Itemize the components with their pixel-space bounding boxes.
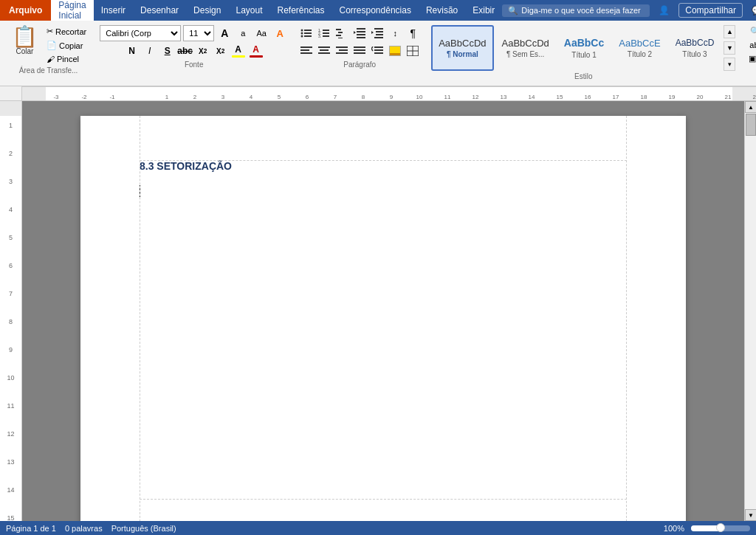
ruler-tick: 11 [444, 94, 451, 100]
justify-button[interactable] [351, 43, 368, 59]
v-ruler-tick: 9 [0, 346, 21, 353]
comment-icon[interactable]: 💬 [746, 3, 756, 18]
svg-rect-40 [354, 52, 365, 54]
v-ruler-tick: 10 [0, 374, 21, 382]
ruler-corner [0, 86, 22, 100]
style-sem-esp[interactable]: AaBbCcDd ¶ Sem Es... [495, 25, 556, 71]
style-scroll-up[interactable]: ▲ [724, 25, 735, 38]
font-shrink-button[interactable]: a [235, 25, 251, 41]
vertical-scrollbar: ▲ ▼ [744, 101, 756, 521]
align-right-button[interactable] [334, 43, 350, 59]
ribbon: 📋 Colar ✂ Recortar 📄 Copiar � [0, 21, 756, 86]
scrollbar-track[interactable] [745, 113, 756, 509]
change-case-button[interactable]: Aa [253, 25, 269, 41]
v-ruler-tick: 8 [0, 318, 21, 325]
document-heading: 8.3 SETORIZAÇÃO [140, 160, 627, 172]
ruler-tick: 7 [334, 94, 337, 100]
svg-rect-3 [304, 32, 312, 34]
borders-button[interactable] [405, 43, 421, 59]
style-titulo2[interactable]: AaBbCcE Título 2 [612, 25, 667, 71]
font-size-select[interactable]: 11 [183, 25, 214, 41]
language[interactable]: Português (Brasil) [111, 524, 176, 533]
svg-marker-25 [371, 31, 374, 34]
style-expand[interactable]: ▾ [724, 58, 735, 71]
italic-button[interactable]: I [142, 43, 158, 59]
replace-button[interactable]: ab↔ Substituir [746, 39, 756, 51]
underline-button[interactable]: S [159, 43, 176, 59]
font-color-button[interactable]: A [248, 43, 264, 59]
paste-button[interactable]: 📋 Colar [7, 25, 42, 65]
menu-correspondencias[interactable]: Correspondências [332, 0, 419, 21]
style-normal[interactable]: AaBbCcDd ¶ Normal [431, 25, 493, 71]
menu-desenhar[interactable]: Desenhar [133, 0, 186, 21]
text-highlight-button[interactable]: A [230, 43, 247, 59]
svg-marker-20 [354, 31, 356, 34]
font-group: Calibri (Corp 11 A a Aa A N [95, 24, 292, 72]
superscript-button[interactable]: X2 [213, 43, 229, 59]
bullets-button[interactable] [298, 25, 315, 41]
document-area: 1 2 3 4 5 6 7 8 9 10 11 12 13 14 15 8.3 … [0, 101, 756, 521]
menu-right: 🔍 Diga-me o que você deseja fazer 👤 Comp… [502, 3, 756, 18]
decrease-indent-button[interactable] [351, 25, 368, 41]
strikethrough-button[interactable]: abc [177, 43, 193, 59]
show-marks-button[interactable]: ¶ [405, 25, 421, 41]
replace-icon: ab↔ [749, 41, 756, 49]
font-name-select[interactable]: Calibri (Corp [100, 25, 181, 41]
select-button[interactable]: ▣ Selecionar ▾ [746, 52, 756, 65]
svg-rect-34 [336, 46, 348, 48]
ruler-tick: 18 [641, 94, 647, 100]
line-spacing-button[interactable] [369, 43, 385, 59]
scroll-down-button[interactable]: ▼ [745, 509, 756, 521]
font-grow-button[interactable]: A [216, 25, 233, 41]
ruler-tick: 16 [585, 94, 591, 100]
menu-revisao[interactable]: Revisão [419, 0, 465, 21]
v-ruler-tick: 11 [0, 402, 21, 410]
align-left-button[interactable] [298, 43, 315, 59]
menu-inserir[interactable]: Inserir [94, 0, 133, 21]
page-count[interactable]: Página 1 de 1 [6, 524, 56, 533]
svg-rect-27 [300, 49, 309, 51]
menu-layout[interactable]: Layout [228, 0, 269, 21]
svg-rect-1 [304, 30, 312, 31]
bold-button[interactable]: N [124, 43, 140, 59]
margin-right [626, 116, 627, 521]
style-titulo2-preview: AaBbCcE [619, 38, 660, 49]
sort-button[interactable]: ↕ [387, 25, 403, 41]
format-painter-button[interactable]: 🖌 Pincel [44, 53, 89, 65]
find-button[interactable]: 🔍 Localizar ▾ [747, 25, 756, 38]
page-area[interactable]: 8.3 SETORIZAÇÃO [22, 101, 744, 521]
clear-formatting-button[interactable]: A [272, 25, 288, 41]
search-box[interactable]: 🔍 Diga-me o que você deseja fazer [502, 4, 650, 17]
multilevel-list-button[interactable] [334, 25, 350, 41]
copy-button[interactable]: 📄 Copiar [44, 39, 89, 52]
style-titulo1[interactable]: AaBbCc Título 1 [557, 25, 611, 71]
scrollbar-thumb[interactable] [746, 114, 756, 136]
menu-design[interactable]: Design [186, 0, 228, 21]
numbering-button[interactable]: 1.2.3. [316, 25, 332, 41]
scroll-up-button[interactable]: ▲ [745, 101, 756, 113]
paste-label: Colar [16, 47, 34, 55]
copy-icon: 📄 [47, 41, 57, 50]
cut-button[interactable]: ✂ Recortar [44, 25, 89, 38]
word-count[interactable]: 0 palavras [65, 524, 103, 533]
align-center-button[interactable] [316, 43, 332, 59]
word-count-label: 0 palavras [65, 524, 103, 533]
style-titulo1-preview: AaBbCc [564, 37, 604, 49]
shading-button[interactable] [387, 43, 403, 59]
subscript-button[interactable]: X2 [195, 43, 211, 59]
menu-arquivo[interactable]: Arquivo [0, 0, 51, 21]
menu-exibir[interactable]: Exibir [465, 0, 502, 21]
margin-bottom [140, 499, 627, 500]
menu-referencias[interactable]: Referências [269, 0, 331, 21]
style-titulo3[interactable]: AaBbCcD Título 3 [669, 25, 721, 71]
ruler-tick: 10 [416, 94, 423, 100]
increase-indent-button[interactable] [369, 25, 385, 41]
document-content[interactable] [140, 184, 627, 199]
share-button[interactable]: Compartilhar [678, 3, 743, 18]
user-icon[interactable]: 👤 [653, 3, 676, 18]
style-scroll-down[interactable]: ▼ [724, 41, 735, 55]
document-page[interactable]: 8.3 SETORIZAÇÃO [80, 116, 686, 521]
svg-rect-22 [376, 31, 383, 32]
menu-pagina-inicial[interactable]: Página Inicial [51, 0, 93, 21]
zoom-slider-thumb[interactable] [716, 523, 725, 532]
